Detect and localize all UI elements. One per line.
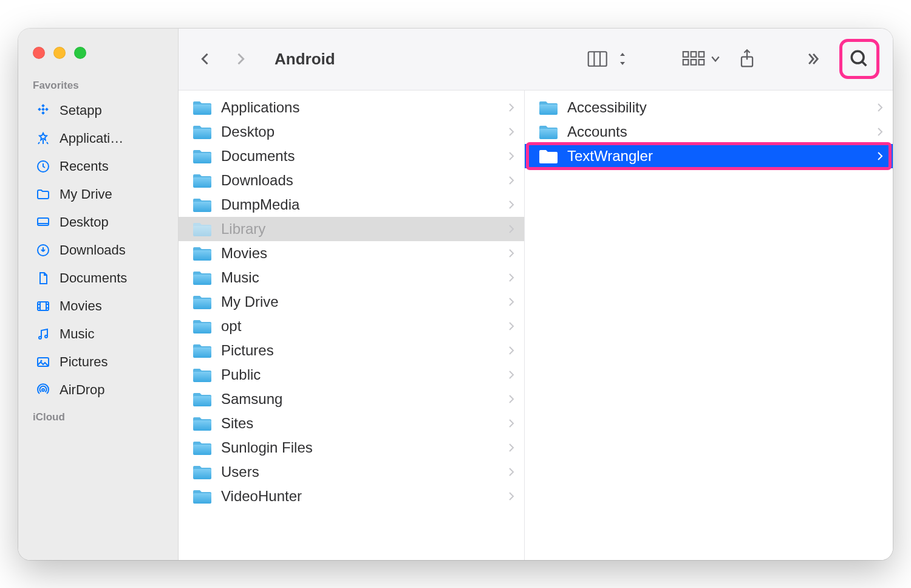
group-by-button[interactable] <box>681 50 720 67</box>
column-0[interactable]: Applications Desktop Documents Downloads <box>179 91 525 560</box>
more-button[interactable] <box>804 50 821 67</box>
folder-row[interactable]: TextWrangler <box>525 144 893 168</box>
folder-row[interactable]: Sunlogin Files <box>179 436 524 460</box>
chevron-right-icon <box>508 467 514 477</box>
zoom-window-button[interactable] <box>74 47 86 59</box>
folder-icon <box>192 342 213 359</box>
folder-label: Sites <box>221 415 500 432</box>
folder-row[interactable]: opt <box>179 314 524 338</box>
chevron-right-icon <box>508 297 514 307</box>
minimize-window-button[interactable] <box>53 47 66 59</box>
folder-row[interactable]: DumpMedia <box>179 193 524 217</box>
folder-row[interactable]: Pictures <box>179 338 524 363</box>
share-button[interactable] <box>739 49 756 69</box>
sidebar-item-recents[interactable]: Recents <box>18 152 178 180</box>
music-icon <box>35 326 51 342</box>
sidebar-item-setapp[interactable]: Setapp <box>18 97 178 125</box>
svg-rect-23 <box>193 104 211 115</box>
folder-row[interactable]: My Drive <box>179 290 524 314</box>
movies-icon <box>35 298 51 314</box>
close-window-button[interactable] <box>33 47 45 59</box>
nav-buttons <box>197 50 249 67</box>
folder-row[interactable]: Music <box>179 265 524 290</box>
svg-rect-37 <box>193 445 211 455</box>
svg-rect-35 <box>193 396 211 406</box>
folder-row[interactable]: Downloads <box>179 168 524 193</box>
chevron-right-icon <box>508 346 514 355</box>
svg-rect-29 <box>193 250 211 261</box>
folder-label: Public <box>221 366 500 383</box>
download-icon <box>35 242 51 258</box>
svg-rect-3 <box>41 108 45 111</box>
folder-row[interactable]: Library <box>179 217 524 241</box>
sidebar-item-label: Movies <box>60 298 102 314</box>
view-switcher[interactable] <box>587 50 627 68</box>
sidebar-section-icloud: iCloud <box>18 404 178 428</box>
search-button[interactable] <box>849 49 870 69</box>
folder-row[interactable]: Documents <box>179 144 524 168</box>
folder-row[interactable]: Desktop <box>179 120 524 144</box>
folder-icon <box>538 148 559 165</box>
folder-row[interactable]: Users <box>179 460 524 484</box>
folder-label: Documents <box>221 148 500 165</box>
svg-rect-8 <box>38 302 49 310</box>
svg-rect-20 <box>699 60 705 65</box>
folder-row[interactable]: Movies <box>179 241 524 265</box>
clock-icon <box>35 159 51 174</box>
desktop-icon <box>35 214 51 230</box>
sidebar-item-applications[interactable]: Applicati… <box>18 125 178 152</box>
folder-row[interactable]: Sites <box>179 411 524 436</box>
folder-icon <box>192 148 213 165</box>
window-title: Android <box>275 50 576 69</box>
back-button[interactable] <box>197 50 214 67</box>
chevron-right-icon <box>508 103 514 112</box>
column-1[interactable]: Accessibility Accounts TextWrangler <box>525 91 893 560</box>
folder-icon <box>192 318 213 335</box>
folder-label: Library <box>221 220 500 238</box>
chevron-right-icon <box>508 394 514 404</box>
svg-rect-19 <box>691 60 697 65</box>
folder-row[interactable]: Samsung <box>179 387 524 411</box>
sidebar-item-documents[interactable]: Documents <box>18 264 178 292</box>
folder-label: Samsung <box>221 391 500 408</box>
folder-label: Accounts <box>567 123 868 140</box>
folder-icon <box>538 99 559 116</box>
folder-label: Accessibility <box>567 99 868 116</box>
svg-rect-27 <box>193 202 211 212</box>
sidebar-item-label: Music <box>60 326 94 342</box>
folder-label: Pictures <box>221 342 500 359</box>
svg-rect-28 <box>193 226 211 236</box>
svg-rect-26 <box>193 177 211 188</box>
sidebar-item-label: Documents <box>60 270 127 286</box>
column-view: Applications Desktop Documents Downloads <box>179 91 893 560</box>
sidebar-item-downloads[interactable]: Downloads <box>18 236 178 264</box>
chevron-right-icon <box>508 224 514 234</box>
svg-rect-31 <box>193 299 211 309</box>
folder-row[interactable]: VideoHunter <box>179 484 524 508</box>
folder-row[interactable]: Applications <box>179 95 524 120</box>
svg-rect-14 <box>589 52 607 66</box>
svg-point-9 <box>39 337 41 339</box>
folder-row[interactable]: Accessibility <box>525 95 893 120</box>
folder-icon <box>192 488 213 505</box>
forward-button[interactable] <box>232 50 249 67</box>
sidebar-item-airdrop[interactable]: AirDrop <box>18 376 178 404</box>
folder-row[interactable]: Public <box>179 363 524 387</box>
folder-icon <box>192 463 213 480</box>
chevron-right-icon <box>508 273 514 282</box>
svg-rect-30 <box>193 275 211 285</box>
sidebar-item-desktop[interactable]: Desktop <box>18 208 178 236</box>
folder-label: TextWrangler <box>567 148 868 165</box>
chevron-right-icon <box>508 127 514 137</box>
sidebar-item-movies[interactable]: Movies <box>18 292 178 320</box>
svg-point-10 <box>45 335 47 338</box>
folder-label: Music <box>221 269 500 286</box>
setapp-icon <box>35 103 51 118</box>
chevron-right-icon <box>508 151 514 161</box>
folder-label: Downloads <box>221 172 500 189</box>
sidebar-item-pictures[interactable]: Pictures <box>18 348 178 376</box>
sidebar-item-music[interactable]: Music <box>18 320 178 348</box>
folder-icon <box>35 186 51 202</box>
folder-row[interactable]: Accounts <box>525 120 893 144</box>
sidebar-item-mydrive[interactable]: My Drive <box>18 180 178 208</box>
